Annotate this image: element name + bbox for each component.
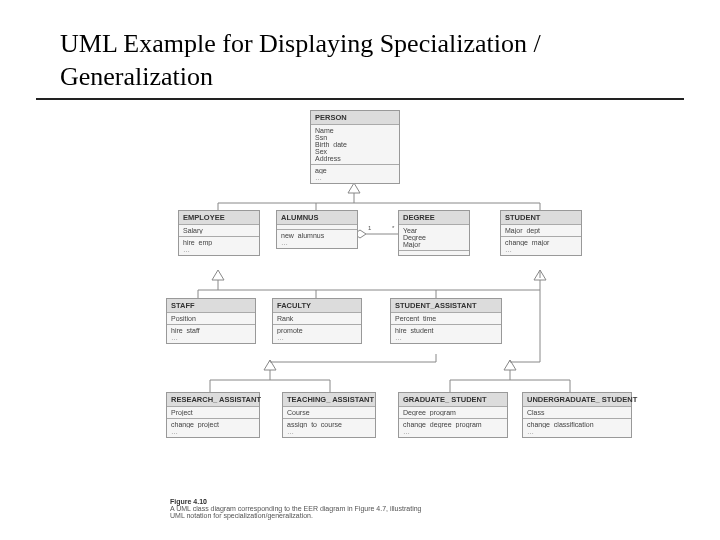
svg-marker-8 <box>212 270 224 280</box>
class-employee: EMPLOYEE Salary hire_emp … <box>178 210 260 256</box>
class-undergraduate-student: UNDERGRADUATE_ STUDENT Class change_clas… <box>522 392 632 438</box>
svg-marker-0 <box>348 183 360 193</box>
mult-star: * <box>392 225 395 231</box>
title-underline <box>36 98 684 100</box>
class-student-assistant: STUDENT_ASSISTANT Percent_time hire_stud… <box>390 298 502 344</box>
class-student: STUDENT Major_dept change_major … <box>500 210 582 256</box>
figure-caption: Figure 4.10 A UML class diagram correspo… <box>170 498 610 519</box>
svg-marker-15 <box>534 270 546 280</box>
class-degree: DEGREE Year Degree Major <box>398 210 470 256</box>
class-research-assistant: RESEARCH_ ASSISTANT Project change_proje… <box>166 392 260 438</box>
class-alumnus: ALUMNUS new_alumnus … <box>276 210 358 249</box>
class-person: PERSON Name Ssn Birth_date Sex Address a… <box>310 110 400 184</box>
class-graduate-student: GRADUATE_ STUDENT Degree_program change_… <box>398 392 508 438</box>
class-staff: STAFF Position hire_staff … <box>166 298 256 344</box>
uml-diagram: 1 * PERSON Name Ssn Birth_date Sex Addre… <box>170 110 630 510</box>
mult-one: 1 <box>368 225 372 231</box>
slide-title: UML Example for Displaying Specializatio… <box>60 28 660 93</box>
class-faculty: FACULTY Rank promote … <box>272 298 362 344</box>
class-teaching-assistant: TEACHING_ ASSISTANT Course assign_to_cou… <box>282 392 376 438</box>
svg-marker-26 <box>504 360 516 370</box>
svg-marker-18 <box>264 360 276 370</box>
